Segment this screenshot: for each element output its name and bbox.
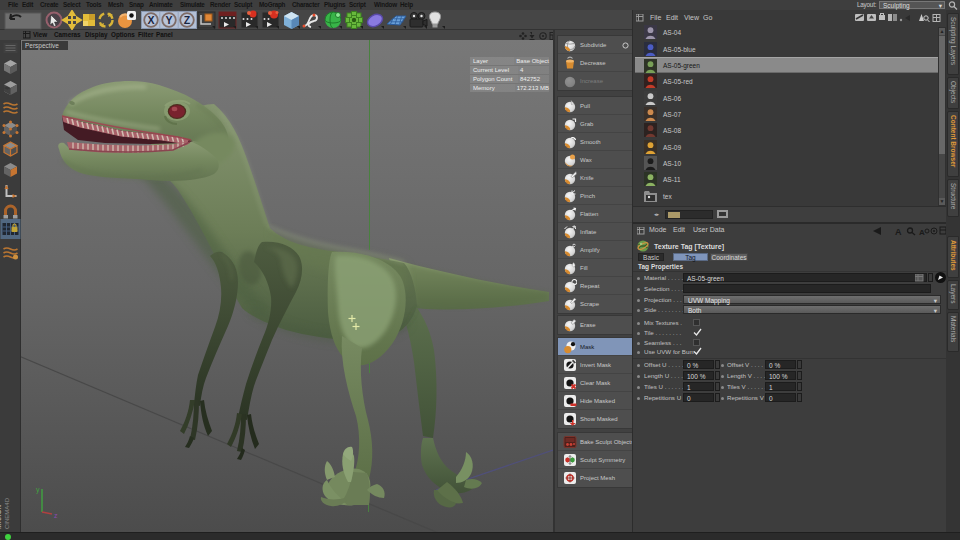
svg-text:A: A — [895, 227, 902, 237]
svg-text:Y: Y — [165, 14, 172, 26]
svg-text:Z: Z — [184, 14, 191, 26]
svg-text:X: X — [147, 14, 154, 26]
svg-text:y: y — [36, 486, 40, 494]
svg-text:z: z — [54, 512, 58, 519]
svg-text:A: A — [919, 228, 925, 237]
